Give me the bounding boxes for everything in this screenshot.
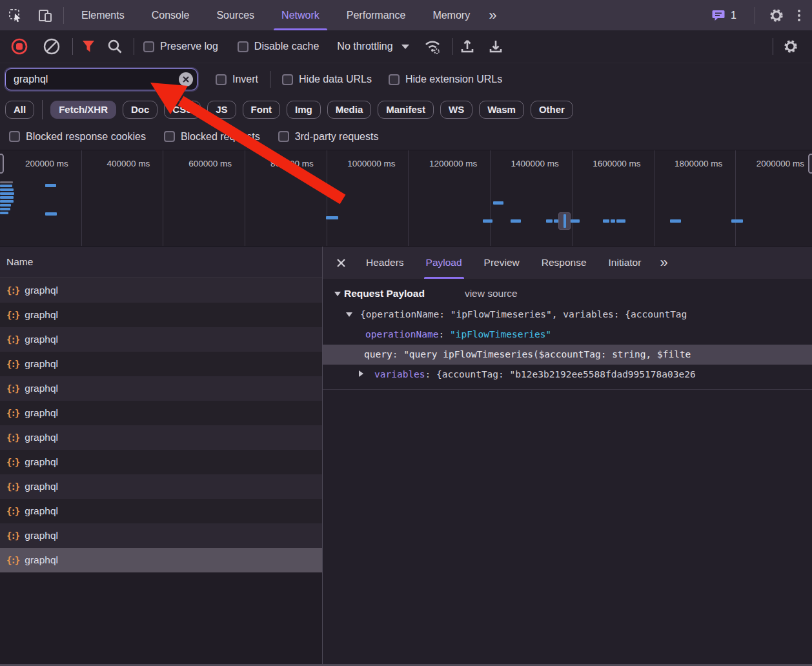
request-row[interactable]: {:}graphql — [0, 548, 322, 572]
request-row[interactable]: {:}graphql — [0, 499, 322, 523]
request-name: graphql — [25, 432, 58, 443]
waterfall-bar — [0, 204, 11, 207]
blocked-requests-checkbox[interactable]: Blocked requests — [164, 131, 260, 143]
request-name: graphql — [25, 505, 58, 517]
json-colon: : — [392, 349, 403, 359]
request-row[interactable]: {:}graphql — [0, 352, 322, 376]
tab-performance[interactable]: Performance — [333, 0, 420, 30]
overview-left-handle[interactable] — [0, 154, 4, 174]
chip-css[interactable]: CSS — [164, 101, 201, 119]
menu-kebab-icon[interactable] — [794, 10, 804, 21]
request-row[interactable]: {:}graphql — [0, 523, 322, 548]
settings-gear-icon[interactable] — [768, 7, 785, 24]
checkbox-box — [238, 41, 249, 52]
search-icon[interactable] — [107, 38, 123, 55]
chip-img[interactable]: Img — [287, 101, 321, 119]
tab-memory[interactable]: Memory — [419, 0, 483, 30]
waterfall-bar — [546, 219, 553, 223]
collapse-triangle-icon — [346, 312, 352, 317]
checkbox-box — [216, 74, 227, 85]
clear-network-log-icon[interactable] — [43, 37, 61, 56]
request-name: graphql — [25, 407, 58, 419]
details-tab-headers[interactable]: Headers — [355, 247, 415, 279]
chip-all[interactable]: All — [5, 101, 34, 119]
more-panels-button[interactable]: » — [483, 0, 502, 30]
chip-manifest[interactable]: Manifest — [378, 101, 434, 119]
request-row[interactable]: {:}graphql — [0, 450, 322, 474]
tab-elements[interactable]: Elements — [68, 0, 138, 30]
json-entry-query[interactable]: query: "query ipFlowTimeseries($accountT… — [323, 345, 812, 365]
chip-ws[interactable]: WS — [440, 101, 472, 119]
chip-fetch-xhr[interactable]: Fetch/XHR — [50, 101, 116, 119]
chip-media[interactable]: Media — [327, 101, 372, 119]
network-overview-timeline[interactable]: 200000 ms400000 ms600000 ms800000 ms1000… — [0, 150, 812, 247]
overview-right-handle[interactable] — [808, 154, 812, 174]
filter-input[interactable] — [5, 68, 198, 90]
timeline-tick: 1400000 ms — [491, 150, 573, 246]
request-row[interactable]: {:}graphql — [0, 303, 322, 327]
details-tab-preview[interactable]: Preview — [473, 247, 531, 279]
throttling-select[interactable]: No throttling — [337, 41, 409, 52]
section-title: Request Payload — [344, 288, 425, 299]
filter-icon[interactable] — [81, 39, 96, 54]
3rd-party-requests-checkbox[interactable]: 3rd-party requests — [278, 131, 379, 143]
tab-sources[interactable]: Sources — [203, 0, 268, 30]
chip-doc[interactable]: Doc — [123, 101, 157, 119]
waterfall-bar — [0, 185, 12, 187]
json-braces-icon: {:} — [6, 506, 19, 516]
request-name: graphql — [25, 383, 58, 394]
import-har-icon[interactable] — [459, 38, 476, 55]
json-braces-icon: {:} — [6, 555, 19, 565]
issues-button[interactable]: 1 — [712, 9, 736, 22]
waterfall-bar — [670, 219, 681, 223]
json-value: {accountTag: "b12e3b2192ee5588fdad995178… — [436, 369, 696, 379]
details-tab-initiator[interactable]: Initiator — [598, 247, 653, 279]
request-row[interactable]: {:}graphql — [0, 425, 322, 450]
checkbox-box — [389, 74, 400, 85]
preserve-log-checkbox[interactable]: Preserve log — [143, 41, 218, 52]
chip-other[interactable]: Other — [531, 101, 573, 119]
json-root-row[interactable]: {operationName: "ipFlowTimeseries", vari… — [323, 305, 812, 325]
export-har-icon[interactable] — [487, 38, 504, 55]
hide-data-urls-checkbox[interactable]: Hide data URLs — [282, 74, 372, 85]
request-row[interactable]: {:}graphql — [0, 401, 322, 425]
hide-extension-urls-checkbox[interactable]: Hide extension URLs — [389, 74, 502, 85]
record-network-log-button[interactable] — [10, 37, 28, 56]
request-row[interactable]: {:}graphql — [0, 327, 322, 352]
blocked-requests-label: Blocked requests — [181, 131, 260, 143]
request-row[interactable]: {:}graphql — [0, 474, 322, 499]
tab-console[interactable]: Console — [138, 0, 203, 30]
name-column-header[interactable]: Name — [0, 247, 322, 278]
clear-filter-icon[interactable] — [179, 72, 193, 86]
details-tab-payload[interactable]: Payload — [415, 247, 473, 279]
request-row[interactable]: {:}graphql — [0, 376, 322, 401]
divider — [63, 7, 64, 24]
request-name: graphql — [25, 285, 58, 296]
network-settings-gear-icon[interactable] — [782, 38, 799, 55]
view-source-link[interactable]: view source — [465, 288, 518, 299]
invert-checkbox[interactable]: Invert — [216, 74, 258, 85]
divider — [72, 38, 73, 55]
request-row[interactable]: {:}graphql — [0, 278, 322, 303]
chip-wasm[interactable]: Wasm — [479, 101, 524, 119]
waterfall-bar — [0, 188, 14, 191]
chip-font[interactable]: Font — [243, 101, 280, 119]
timeline-selection-marker[interactable] — [558, 212, 571, 230]
json-entry-variables[interactable]: variables: {accountTag: "b12e3b2192ee558… — [323, 365, 812, 385]
close-details-icon[interactable] — [327, 258, 355, 268]
waterfall-bar — [0, 192, 14, 195]
disable-cache-checkbox[interactable]: Disable cache — [238, 41, 320, 52]
network-toolbar: Preserve log Disable cache No throttling — [0, 30, 812, 63]
device-toolbar-icon[interactable] — [37, 8, 54, 23]
network-conditions-icon[interactable] — [423, 38, 442, 55]
chip-js[interactable]: JS — [207, 101, 236, 119]
more-details-tabs-button[interactable]: » — [652, 247, 675, 279]
json-entry-operationname[interactable]: operationName: "ipFlowTimeseries" — [323, 325, 812, 345]
inspect-element-icon[interactable] — [8, 8, 23, 23]
details-tab-response[interactable]: Response — [531, 247, 598, 279]
blocked-response-cookies-checkbox[interactable]: Blocked response cookies — [9, 131, 146, 143]
network-main-split: Name {:}graphql{:}graphql{:}graphql{:}gr… — [0, 247, 812, 666]
tab-network[interactable]: Network — [268, 0, 333, 30]
divider — [42, 100, 43, 119]
request-payload-section-header[interactable]: Request Payload view source — [323, 285, 812, 305]
